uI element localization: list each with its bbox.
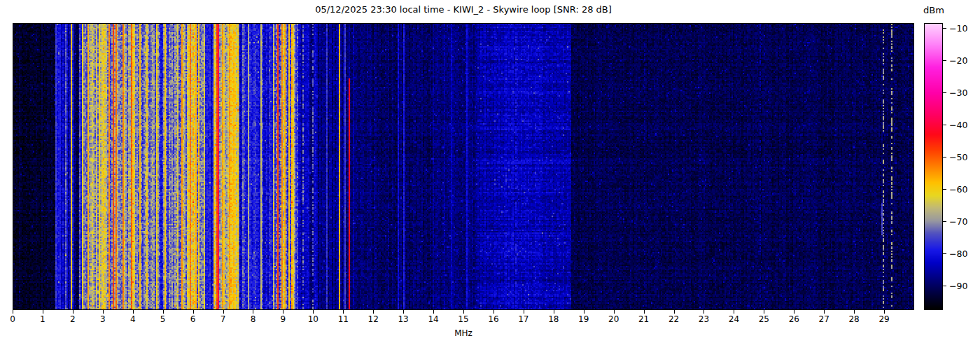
colorbar-gradient: [925, 24, 942, 309]
x-tick-label: 17: [518, 314, 528, 324]
colorbar-tick-label: −50: [949, 152, 967, 162]
colorbar-tick: [943, 157, 946, 158]
x-tick: [343, 310, 344, 314]
x-tick: [73, 310, 74, 314]
colorbar-tick: [943, 60, 946, 61]
x-tick: [253, 310, 253, 314]
x-tick: [313, 310, 314, 314]
colorbar-tick-label: −20: [949, 55, 967, 65]
x-tick: [554, 310, 554, 314]
colorbar-tick-label: −90: [949, 281, 967, 291]
colorbar-label: dBm: [914, 5, 953, 15]
x-tick-label: 6: [190, 314, 196, 324]
colorbar-tick-label: −10: [949, 22, 967, 33]
x-tick: [734, 310, 734, 314]
x-tick-label: 4: [130, 314, 136, 324]
x-tick-label: 12: [368, 314, 379, 324]
x-tick: [163, 310, 164, 314]
x-tick-label: 22: [668, 314, 679, 324]
x-tick-label: 26: [789, 314, 799, 324]
x-tick: [103, 310, 104, 314]
x-tick: [614, 310, 615, 314]
x-tick-label: 15: [458, 314, 468, 324]
colorbar-tick-label: −30: [949, 88, 967, 98]
x-tick-label: 27: [819, 314, 830, 324]
spectrogram-figure: 05/12/2025 23:30 local time - KIWI_2 - S…: [0, 0, 980, 350]
colorbar-tick: [943, 221, 946, 222]
x-tick-label: 9: [281, 314, 286, 324]
x-tick-label: 28: [848, 314, 859, 324]
x-tick: [463, 310, 464, 314]
x-tick: [584, 310, 584, 314]
x-tick-label: 23: [699, 314, 709, 324]
x-tick-label: 2: [70, 314, 76, 324]
x-axis-label: MHz: [13, 328, 914, 338]
colorbar: [924, 23, 943, 310]
colorbar-tick: [943, 286, 946, 286]
x-tick: [13, 310, 13, 314]
x-tick-label: 10: [308, 314, 318, 324]
x-tick: [704, 310, 704, 314]
x-tick: [433, 310, 434, 314]
spectrogram-canvas: [13, 24, 913, 309]
x-tick: [193, 310, 194, 314]
colorbar-tick: [943, 253, 946, 254]
x-tick: [824, 310, 825, 314]
x-tick-label: 18: [548, 314, 559, 324]
x-tick: [283, 310, 284, 314]
x-tick: [644, 310, 645, 314]
colorbar-tick: [943, 28, 946, 29]
colorbar-tick-label: −60: [949, 184, 967, 195]
x-tick: [493, 310, 494, 314]
x-tick-label: 8: [251, 314, 256, 324]
x-tick-label: 14: [428, 314, 438, 324]
x-tick: [764, 310, 764, 314]
colorbar-tick-label: −80: [949, 248, 967, 259]
x-tick-label: 24: [729, 314, 739, 324]
x-tick-label: 21: [638, 314, 649, 324]
x-tick-label: 16: [488, 314, 498, 324]
colorbar-tick: [943, 92, 946, 93]
x-tick-label: 5: [160, 314, 166, 324]
x-tick: [43, 310, 43, 314]
x-tick-label: 7: [220, 314, 226, 324]
plot-frame: [13, 23, 914, 310]
x-tick-label: 1: [40, 314, 46, 324]
x-tick-label: 3: [100, 314, 106, 324]
colorbar-tick: [943, 189, 946, 190]
x-tick-label: 0: [10, 314, 15, 324]
x-tick-label: 25: [759, 314, 769, 324]
colorbar-tick-label: −40: [949, 120, 967, 130]
x-tick: [884, 310, 885, 314]
x-tick: [524, 310, 524, 314]
chart-title: 05/12/2025 23:30 local time - KIWI_2 - S…: [13, 4, 914, 15]
x-tick: [403, 310, 404, 314]
x-tick: [854, 310, 855, 314]
colorbar-tick: [943, 125, 946, 125]
x-tick-label: 11: [338, 314, 349, 324]
x-tick: [373, 310, 374, 314]
colorbar-tick-label: −70: [949, 216, 967, 227]
x-tick: [133, 310, 134, 314]
x-tick-label: 29: [878, 314, 889, 324]
x-tick: [794, 310, 794, 314]
x-tick-label: 19: [578, 314, 589, 324]
x-tick: [674, 310, 675, 314]
x-tick-label: 13: [398, 314, 408, 324]
x-tick: [223, 310, 224, 314]
x-tick-label: 20: [608, 314, 619, 324]
